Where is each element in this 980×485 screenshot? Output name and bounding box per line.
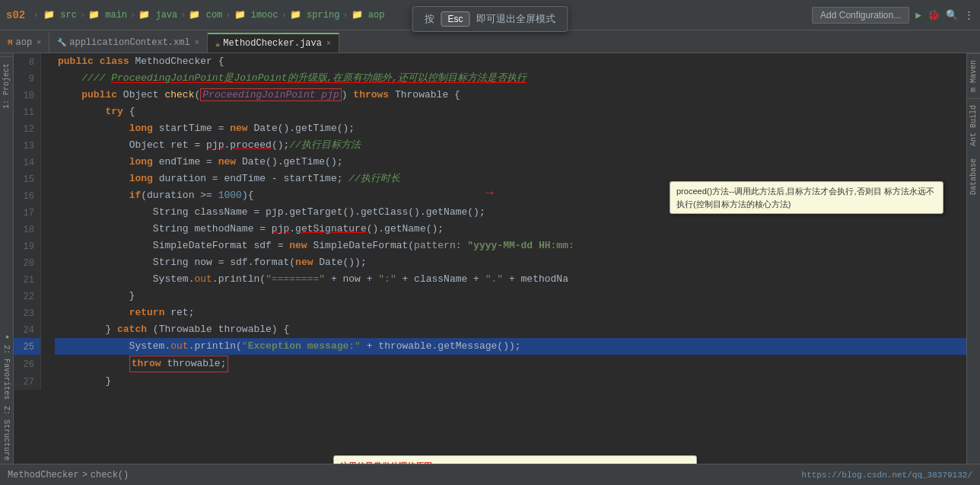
line-content-18: String methodName = pjp.getSignature().g… — [55, 221, 966, 238]
line-content-24: } catch (Throwable throwable) { — [55, 321, 966, 338]
structure-panel-label[interactable]: Z: Structure — [1, 403, 12, 464]
line-gutter-19 — [41, 238, 55, 254]
line-content-21: System.out.println("========" + now + ":… — [55, 271, 966, 288]
line-gutter-15 — [41, 171, 55, 187]
code-line-23: 23 return ret; — [14, 305, 966, 321]
line-num-9: 9 — [14, 70, 41, 87]
code-line-26: 26 throw throwable; — [14, 355, 966, 373]
line-gutter-18 — [41, 221, 55, 238]
maven-panel-label[interactable]: m Maven — [967, 53, 980, 98]
tab-aop[interactable]: M aop × — [0, 33, 49, 53]
tab-bar: M aop × 🔧 applicationContext.xml × ☕ Met… — [0, 30, 980, 53]
line-gutter-23 — [41, 305, 55, 321]
main-area: 1: Project 8 public class MethodChecker … — [0, 53, 980, 464]
code-editor[interactable]: 8 public class MethodChecker { 9 //// Pr… — [14, 53, 966, 464]
line-content-14: long endTime = new Date().getTime(); — [55, 154, 966, 171]
esc-description: 即可退出全屏模式 — [476, 12, 555, 26]
tab-close-xml[interactable]: × — [195, 39, 199, 47]
proceed-tooltip-text: proceed()方法--调用此方法后,目标方法才会执行,否则目 标方法永远不执… — [676, 187, 934, 209]
tab-icon-java: ☕ — [215, 39, 221, 49]
tab-methodchecker[interactable]: ☕ MethodChecker.java × — [208, 33, 339, 53]
tab-xml[interactable]: 🔧 applicationContext.xml × — [49, 33, 207, 53]
line-num-26: 26 — [14, 355, 41, 373]
proceed-arrow: → — [485, 185, 494, 200]
line-content-20: String now = sdf.format(new Date()); — [55, 254, 966, 271]
tab-close-methodchecker[interactable]: × — [326, 40, 331, 48]
line-content-22: } — [55, 288, 966, 305]
favorites-panel-label[interactable]: ★ 2: Favorites — [1, 329, 12, 403]
line-num-19: 19 — [14, 238, 41, 254]
line-content-19: SimpleDateFormat sdf = new SimpleDateFor… — [55, 238, 966, 254]
line-gutter-8 — [41, 53, 55, 70]
line-num-23: 23 — [14, 305, 41, 321]
line-num-15: 15 — [14, 171, 41, 187]
line-gutter-27 — [41, 373, 55, 390]
debug-icon[interactable]: 🐞 — [928, 9, 940, 21]
line-num-22: 22 — [14, 288, 41, 305]
line-content-9: //// ProceedingJoinPoint是JoinPoint的升级版,在… — [55, 70, 966, 87]
code-line-8: 8 public class MethodChecker { — [14, 53, 966, 70]
line-num-14: 14 — [14, 154, 41, 171]
line-num-12: 12 — [14, 120, 41, 137]
line-gutter-22 — [41, 288, 55, 305]
toolbar: s02 › 📁 src › 📁 main › 📁 java › 📁 com › … — [0, 0, 980, 30]
add-config-button[interactable]: Add Configuration... — [812, 7, 909, 24]
code-line-19: 19 SimpleDateFormat sdf = new SimpleDate… — [14, 238, 966, 254]
right-panel: m Maven Ant Build Database — [966, 53, 980, 464]
code-line-18: 18 String methodName = pjp.getSignature(… — [14, 221, 966, 238]
database-panel-label[interactable]: Database — [967, 152, 980, 201]
bottom-url: https://blog.csdn.net/qq_38379132/ — [802, 471, 972, 480]
breadcrumb: 📁 src › 📁 main › 📁 java › 📁 com › 📁 imoo… — [43, 9, 384, 21]
line-gutter-9 — [41, 70, 55, 87]
throw-annotation: 这里的异常做处理的原因: 通常一个程序中,可能会布局多个通知,如果我们对这里的异… — [333, 455, 697, 464]
tab-close-aop[interactable]: × — [37, 39, 41, 47]
code-line-22: 22 } — [14, 288, 966, 305]
line-num-17: 17 — [14, 204, 41, 221]
line-gutter-25 — [41, 338, 55, 355]
esc-overlay: 按 Esc 即可退出全屏模式 — [412, 6, 568, 32]
breadcrumb-imooc: 📁 imooc — [234, 9, 278, 21]
breadcrumb-spring: 📁 spring — [290, 9, 339, 21]
line-num-20: 20 — [14, 254, 41, 271]
line-content-25: System.out.println("Exception message:" … — [55, 338, 966, 355]
breadcrumb-java: 📁 java — [138, 9, 177, 21]
bottom-sep: > — [82, 470, 88, 480]
left-bottom-panel: ★ 2: Favorites Z: Structure — [0, 329, 14, 464]
line-num-11: 11 — [14, 104, 41, 120]
line-num-13: 13 — [14, 137, 41, 154]
line-content-27: } — [55, 373, 966, 390]
line-gutter-10 — [41, 87, 55, 104]
tab-label-aop: aop — [16, 37, 33, 48]
tab-label-methodchecker: MethodChecker.java — [223, 38, 322, 49]
code-line-24: 24 } catch (Throwable throwable) { — [14, 321, 966, 338]
line-num-27: 27 — [14, 373, 41, 390]
line-content-11: try { — [55, 104, 966, 120]
proceed-tooltip: proceed()方法--调用此方法后,目标方法才会执行,否则目 标方法永远不执… — [670, 181, 943, 214]
code-line-21: 21 System.out.println("========" + now +… — [14, 271, 966, 288]
code-line-25: 25 System.out.println("Exception message… — [14, 338, 966, 355]
line-num-8: 8 — [14, 53, 41, 70]
more-icon[interactable]: ⋮ — [964, 9, 974, 21]
line-num-24: 24 — [14, 321, 41, 338]
breadcrumb-com: 📁 com — [189, 9, 222, 21]
line-gutter-17 — [41, 204, 55, 221]
line-content-8: public class MethodChecker { — [55, 53, 966, 70]
tab-icon-xml: 🔧 — [57, 38, 66, 47]
line-gutter-13 — [41, 137, 55, 154]
line-gutter-12 — [41, 120, 55, 137]
code-line-9: 9 //// ProceedingJoinPoint是JoinPoint的升级版… — [14, 70, 966, 87]
line-gutter-21 — [41, 271, 55, 288]
project-panel-label[interactable]: 1: Project — [0, 56, 13, 115]
ant-build-panel-label[interactable]: Ant Build — [967, 98, 980, 152]
line-num-10: 10 — [14, 87, 41, 104]
tab-label-xml: applicationContext.xml — [69, 37, 189, 48]
line-num-16: 16 — [14, 187, 41, 204]
code-line-12: 12 long startTime = new Date().getTime()… — [14, 120, 966, 137]
search-icon[interactable]: 🔍 — [946, 9, 958, 21]
run-icon[interactable]: ▶ — [915, 9, 921, 21]
code-area: 8 public class MethodChecker { 9 //// Pr… — [14, 53, 966, 390]
line-content-13: Object ret = pjp.proceed();//执行目标方法 — [55, 137, 966, 154]
line-num-21: 21 — [14, 271, 41, 288]
tab-icon-m: M — [8, 38, 13, 47]
code-line-11: 11 try { — [14, 104, 966, 120]
